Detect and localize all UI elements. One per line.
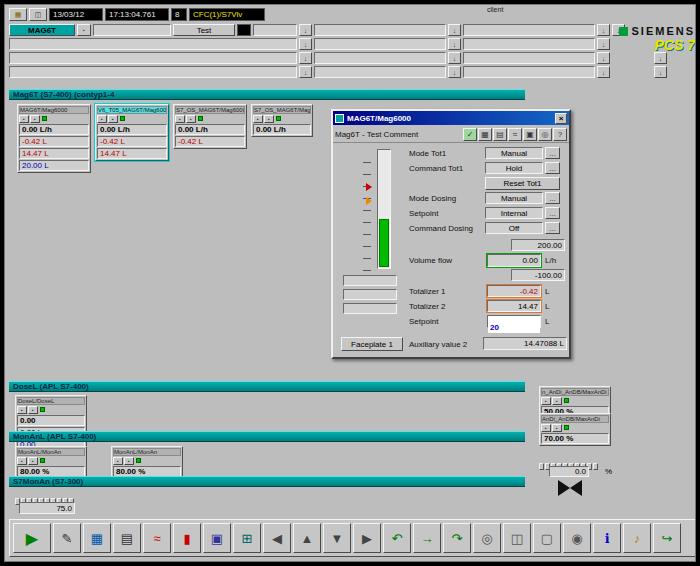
ack-button[interactable]: ↓ — [597, 52, 610, 64]
tile-mag6t-2[interactable]: V6_T05_MAG6T/Mag6000 ▪▪ 0.00 L/h -0.42 L… — [95, 104, 169, 161]
ack-button[interactable]: ↓ — [448, 38, 461, 50]
print-tool-button[interactable]: ▣ — [523, 128, 537, 141]
info-button[interactable]: ℹ — [593, 523, 621, 553]
tile-tool-icon[interactable]: ▪ — [175, 115, 185, 123]
nav-up-button[interactable]: ▲ — [293, 523, 321, 553]
tile-tool-icon[interactable]: ▪ — [541, 397, 551, 405]
scale-tick — [363, 162, 371, 163]
tile-tool-icon[interactable]: ▪ — [19, 115, 29, 123]
tile-mag6t-4[interactable]: S7_OS_MAG6T/Mag6000 ▪▪ 0.00 L/h — [251, 104, 313, 137]
table-button[interactable]: ⊞ — [233, 523, 261, 553]
valve-icon[interactable] — [557, 479, 583, 497]
nav-left-button[interactable]: ◀ — [263, 523, 291, 553]
setpoint-input[interactable] — [488, 322, 540, 333]
zoom-button[interactable]: ◎ — [473, 523, 501, 553]
high-limit-marker-icon — [366, 183, 372, 191]
mode-tot1-more-button[interactable]: … — [545, 147, 560, 159]
horn-button[interactable]: ♪ — [623, 523, 651, 553]
trend-tool-button[interactable]: ≈ — [508, 128, 522, 141]
tile-andi-2[interactable]: AnDi_AnDB/MaxAnDi ▪▪ 70.00 % — [539, 413, 611, 446]
tile-header: n_AnDi_AnDB/MaxAnDi — [541, 388, 609, 396]
report-button[interactable]: ▤ — [113, 523, 141, 553]
start-button[interactable]: ▶ — [13, 523, 51, 553]
ack-button[interactable]: ↓ — [299, 52, 312, 64]
tile-mag6t-3[interactable]: S7_OS_MAG6T/Mag6000 ▪▪ 0.00 L/h -0.42 L — [173, 104, 247, 149]
close-button[interactable]: × — [555, 113, 567, 124]
mode-dosing-more-button[interactable]: … — [545, 192, 560, 204]
tile-monanl-2[interactable]: MonAnL/MonAn ▪▪ 80.00 % — [111, 446, 183, 479]
tile-tool-icon[interactable]: ▪ — [17, 457, 27, 465]
app-menu-button[interactable]: ▦ — [9, 8, 27, 21]
tile-tool-icon[interactable]: ▪ — [552, 424, 562, 432]
faceplate1-button[interactable]: Faceplate 1 — [341, 337, 403, 351]
screens-button[interactable]: ▢ — [533, 523, 561, 553]
tile-dosel[interactable]: DoseL/DoseL ▪▪ 0.00 0.00 kg 0.00 — [15, 395, 87, 452]
tile-mag6t-1[interactable]: MAG6T/Mag6000 ▪▪ 0.00 L/h -0.42 L 14.47 … — [17, 104, 91, 173]
tile-status-icon — [198, 116, 203, 121]
command-tot1-more-button[interactable]: … — [545, 162, 560, 174]
statistics-button[interactable]: ▦ — [83, 523, 111, 553]
tile-tool-icon[interactable]: ▪ — [186, 115, 196, 123]
tile-tool-icon[interactable]: ▪ — [28, 406, 38, 414]
trend-button[interactable]: ≈ — [143, 523, 171, 553]
tile-tool-icon[interactable]: ▪ — [552, 397, 562, 405]
edit-button[interactable]: ✎ — [53, 523, 81, 553]
jump-button[interactable]: ↷ — [443, 523, 471, 553]
nav-right-button[interactable]: ▶ — [353, 523, 381, 553]
forward-button[interactable]: → — [413, 523, 441, 553]
tile-tool-icon[interactable]: ▪ — [541, 424, 551, 432]
command-dosing-more-button[interactable]: … — [545, 222, 560, 234]
thermometer-button[interactable]: ▮ — [173, 523, 201, 553]
tile-tool-icon[interactable]: ▪ — [253, 115, 263, 123]
tile-tool-icon[interactable]: ▪ — [264, 115, 274, 123]
help-tool-button[interactable]: ? — [553, 128, 567, 141]
ack-button[interactable]: ↓ — [597, 66, 610, 78]
view-icon: ◉ — [571, 531, 582, 546]
back-button[interactable]: ↶ — [383, 523, 411, 553]
ack-button[interactable]: ↓ — [448, 52, 461, 64]
brand-name: SIEMENS — [631, 25, 695, 37]
alarm-mini-button[interactable]: ▪ — [77, 24, 91, 36]
setpoint-mode-more-button[interactable]: … — [545, 207, 560, 219]
select-tool-button[interactable]: ✓ — [463, 128, 477, 141]
tile-tool-icon[interactable]: ▪ — [124, 457, 134, 465]
ack-button[interactable]: ↓ — [299, 66, 312, 78]
tile-tool-icon[interactable]: ▪ — [30, 115, 40, 123]
tile-tool-icon[interactable]: ▪ — [113, 457, 123, 465]
tile-tool-icon[interactable]: ▪ — [17, 406, 27, 414]
scroll-button[interactable]: ↓ — [654, 52, 667, 64]
tile-tool-icon[interactable]: ▪ — [28, 457, 38, 465]
alarm-group-button[interactable]: MAG6T — [9, 24, 75, 36]
tile-tool-icon[interactable]: ▪ — [97, 115, 107, 123]
setpoint-mode-label: Setpoint — [409, 209, 438, 218]
ack-button[interactable]: ↓ — [299, 24, 312, 36]
tile-status-icon — [120, 116, 125, 121]
command-dosing-label: Command Dosing — [409, 224, 473, 233]
tile-monanl-1[interactable]: MonAnL/MonAn ▪▪ 80.00 % — [15, 446, 87, 479]
alarm-message-field — [463, 52, 595, 64]
exit-button[interactable]: ↪ — [653, 523, 681, 553]
alarm-list-button[interactable]: ◫ — [29, 8, 47, 21]
print-button[interactable]: ▣ — [203, 523, 231, 553]
report-tool-button[interactable]: ▤ — [493, 128, 507, 141]
zoom-tool-button[interactable]: ◎ — [538, 128, 552, 141]
tile-status-icon — [42, 116, 47, 121]
mode-dosing-label: Mode Dosing — [409, 194, 456, 203]
faceplate-titlebar[interactable]: MAG6T/Mag6000 × — [333, 111, 569, 125]
alarm-test-button[interactable]: Test — [173, 24, 235, 36]
window-button[interactable]: ◫ — [503, 523, 531, 553]
ack-button[interactable]: ↓ — [299, 38, 312, 50]
nav-down-button[interactable]: ▼ — [323, 523, 351, 553]
reset-tot1-button[interactable]: Reset Tot1 — [485, 177, 560, 190]
tile-tool-icon[interactable]: ▪ — [108, 115, 118, 123]
alarm-message-field — [463, 38, 595, 50]
view-button[interactable]: ◉ — [563, 523, 591, 553]
segment-bar — [15, 491, 83, 500]
tile-status-icon — [276, 116, 281, 121]
ack-button[interactable]: ↓ — [448, 24, 461, 36]
scale-tick — [363, 246, 371, 247]
chart-tool-button[interactable]: ▦ — [478, 128, 492, 141]
scroll-button[interactable]: ↓ — [654, 66, 667, 78]
scale-tick — [363, 210, 371, 211]
ack-button[interactable]: ↓ — [448, 66, 461, 78]
